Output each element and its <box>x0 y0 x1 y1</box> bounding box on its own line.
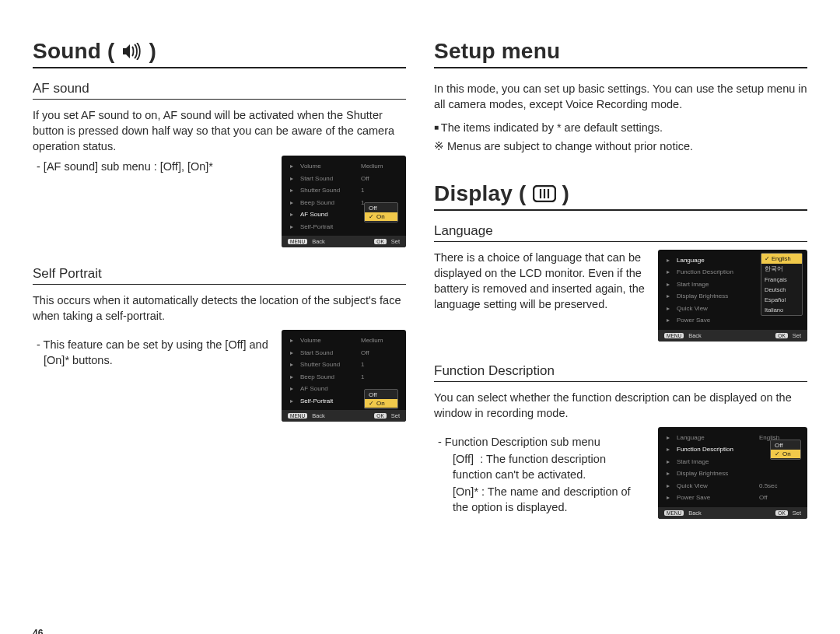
funcdesc-heading: Function Description <box>434 363 807 382</box>
sound-title: Sound ( ) <box>33 39 406 68</box>
setup-title: Setup menu <box>434 39 807 68</box>
language-desc: There is a choice of language that can b… <box>434 250 647 312</box>
funcdesc-on: [On]* : The name and description of the … <box>434 484 647 515</box>
sound-title-close: ) <box>149 39 157 64</box>
display-title-close: ) <box>562 181 570 206</box>
setup-desc: In this mode, you can set up basic setti… <box>434 81 807 112</box>
speaker-icon <box>121 43 143 60</box>
funcdesc-off: [Off] : The function description functio… <box>434 451 647 482</box>
self-portrait-desc: This occurs when it automatically detect… <box>33 292 406 324</box>
page-number: 46 <box>33 628 43 634</box>
display-title: Display ( ) <box>434 181 807 211</box>
sound-title-text: Sound ( <box>33 39 115 64</box>
af-sound-lcd: ▸VolumeMedium ▸Start SoundOff ▸Shutter S… <box>282 156 406 247</box>
language-lcd: ▸Language ▸Function Description ▸Start I… <box>658 250 807 342</box>
display-icon <box>533 185 556 202</box>
af-sound-heading: AF sound <box>33 81 406 100</box>
self-portrait-heading: Self Portrait <box>33 266 406 285</box>
setup-bullet-2: Menus are subject to change without prio… <box>434 138 807 154</box>
funcdesc-sub: Function Description sub menu <box>434 435 647 450</box>
self-portrait-lcd: ▸VolumeMedium ▸Start SoundOff ▸Shutter S… <box>282 330 406 422</box>
display-title-text: Display ( <box>434 181 527 206</box>
language-heading: Language <box>434 223 807 242</box>
af-sound-submenu: - [AF sound] sub menu : [Off], [On]* <box>33 160 271 173</box>
setup-bullet-1: The items indicated by * are default set… <box>434 120 807 135</box>
right-column: Setup menu In this mode, you can set up … <box>434 39 807 620</box>
self-portrait-sub: This feature can be set by using the [Of… <box>33 338 271 368</box>
af-sound-desc: If you set AF sound to on, AF sound will… <box>33 107 406 154</box>
funcdesc-lcd: ▸LanguageEnglish ▸Function Description ▸… <box>658 427 807 519</box>
funcdesc-desc: You can select whether the function desc… <box>434 390 807 421</box>
left-column: Sound ( ) AF sound If you set AF sound t… <box>33 39 406 620</box>
